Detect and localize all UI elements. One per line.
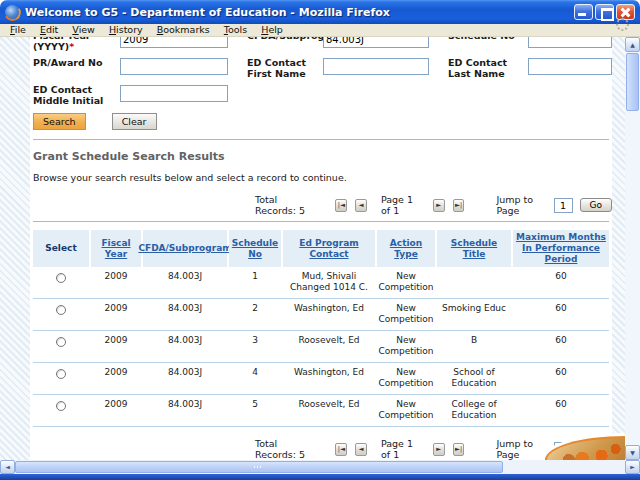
header-action-type: Action Type [377, 230, 435, 267]
menu-bar: File Edit View History Bookmarks Tools H… [0, 24, 640, 37]
menu-help[interactable]: Help [254, 24, 290, 36]
header-select: Select [33, 230, 89, 267]
jump-to-page-label: Jump to Page [496, 194, 543, 216]
table-row: 2009 84.003J 5 Roosevelt, Ed New Competi… [33, 395, 609, 427]
header-schedule-no: Schedule No [229, 230, 281, 267]
table-row: 2009 84.003J 3 Roosevelt, Ed New Competi… [33, 331, 609, 363]
page-viewport: Fiscal Year (YYYY)* CFDA/Subprogram Sche… [0, 37, 640, 460]
go-button[interactable]: Go [580, 198, 612, 212]
vertical-scroll-thumb[interactable] [626, 53, 639, 111]
scroll-left-button[interactable]: ◄ [0, 460, 15, 474]
menu-view[interactable]: View [65, 24, 102, 36]
search-button[interactable]: Search [33, 113, 86, 130]
results-instruction: Browse your search results below and sel… [33, 172, 612, 183]
fiscal-year-label: Fiscal Year (YYYY)* [33, 37, 120, 52]
horizontal-scrollbar[interactable]: ◄ ► [0, 460, 640, 474]
jump-to-page-input[interactable] [554, 198, 573, 213]
menu-file[interactable]: File [3, 24, 33, 36]
window-bottom-border [0, 474, 640, 480]
page-margin-left [0, 37, 30, 460]
header-max-months: Maximum Months In Performance Period [513, 230, 609, 267]
ed-contact-first-name-label: ED Contact First Name [247, 55, 323, 79]
pr-award-no-input[interactable] [120, 58, 228, 75]
total-records-label: Total Records: 5 [255, 194, 311, 216]
last-page-button[interactable]: ►| [453, 443, 465, 456]
results-table: Select Fiscal Year CFDA/Subprogram Sched… [33, 230, 609, 427]
schedule-no-label: Schedule No [448, 37, 528, 41]
scroll-down-button[interactable]: ▼ [625, 445, 640, 460]
ed-contact-last-name-input[interactable] [528, 58, 612, 75]
fiscal-year-input[interactable] [120, 37, 228, 48]
first-page-button[interactable]: |◄ [335, 443, 347, 456]
total-records-label: Total Records: 5 [255, 438, 311, 460]
section-divider [33, 221, 609, 222]
header-ed-program-contact: Ed Program Contact [283, 230, 375, 267]
section-divider [33, 139, 609, 140]
prev-page-button[interactable]: ◄ [355, 443, 367, 456]
select-row-radio[interactable] [56, 305, 66, 315]
search-form: Fiscal Year (YYYY)* CFDA/Subprogram Sche… [33, 37, 612, 106]
pagination-bottom: Total Records: 5 |◄ ◄ Page 1 of 1 ► ►| J… [33, 437, 612, 460]
first-page-button[interactable]: |◄ [335, 199, 347, 212]
last-page-button[interactable]: ►| [453, 199, 465, 212]
firefox-logo-icon [5, 5, 20, 20]
select-row-radio[interactable] [56, 273, 66, 283]
menu-edit[interactable]: Edit [33, 24, 65, 36]
menu-history[interactable]: History [102, 24, 150, 36]
header-schedule-title: Schedule Title [437, 230, 511, 267]
cfda-subprogram-input[interactable] [323, 37, 429, 48]
restore-button[interactable] [595, 4, 614, 20]
menu-tools[interactable]: Tools [217, 24, 254, 36]
ed-contact-first-name-input[interactable] [323, 58, 429, 75]
scroll-up-button[interactable]: ▲ [625, 37, 640, 52]
vertical-scrollbar[interactable]: ▲ ▼ [625, 37, 640, 460]
select-row-radio[interactable] [56, 369, 66, 379]
ed-contact-middle-initial-label: ED Contact Middle Initial [33, 82, 120, 106]
table-row: 2009 84.003J 1 Mud, Shivali Changed 1014… [33, 267, 609, 299]
header-fiscal-year: Fiscal Year [91, 230, 141, 267]
title-bar: Welcome to G5 - Department of Education … [0, 0, 640, 24]
menu-bookmarks[interactable]: Bookmarks [150, 24, 217, 36]
next-page-button[interactable]: ► [433, 443, 445, 456]
ed-contact-last-name-label: ED Contact Last Name [448, 55, 528, 79]
horizontal-scroll-thumb[interactable] [15, 461, 503, 473]
activity-spinner-icon [616, 18, 629, 31]
select-row-radio[interactable] [56, 337, 66, 347]
ed-contact-middle-initial-input[interactable] [120, 85, 228, 102]
header-cfda-subprogram: CFDA/Subprogram [143, 230, 227, 267]
clear-button[interactable]: Clear [112, 113, 157, 130]
pr-award-no-label: PR/Award No [33, 55, 120, 68]
cfda-subprogram-label: CFDA/Subprogram [247, 37, 323, 41]
table-header-row: Select Fiscal Year CFDA/Subprogram Sched… [33, 230, 609, 267]
schedule-no-input[interactable] [528, 37, 612, 48]
table-row: 2009 84.003J 4 Washington, Ed New Compet… [33, 363, 609, 395]
scroll-right-button[interactable]: ► [625, 460, 640, 474]
required-asterisk: * [69, 41, 74, 52]
prev-page-button[interactable]: ◄ [355, 199, 367, 212]
page-margin-right [612, 37, 625, 460]
jump-to-page-label: Jump to Page [496, 438, 543, 460]
pagination-top: Total Records: 5 |◄ ◄ Page 1 of 1 ► ►| J… [33, 193, 612, 217]
table-row: 2009 84.003J 2 Washington, Ed New Compet… [33, 299, 609, 331]
minimize-button[interactable] [574, 4, 593, 20]
next-page-button[interactable]: ► [433, 199, 445, 212]
browser-window: Welcome to G5 - Department of Education … [0, 0, 640, 480]
window-title: Welcome to G5 - Department of Education … [25, 6, 569, 19]
page-indicator: Page 1 of 1 [381, 194, 421, 216]
page-content: Fiscal Year (YYYY)* CFDA/Subprogram Sche… [30, 37, 612, 460]
results-heading: Grant Schedule Search Results [33, 150, 612, 163]
select-row-radio[interactable] [56, 401, 66, 411]
page-indicator: Page 1 of 1 [381, 438, 421, 460]
